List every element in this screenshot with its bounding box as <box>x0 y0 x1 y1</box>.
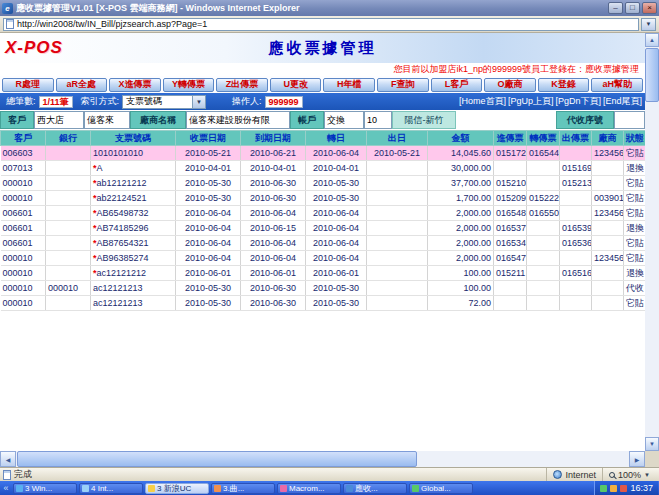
cell-customer: 007013 <box>1 161 46 176</box>
scroll-up-icon[interactable]: ▲ <box>645 33 659 47</box>
cell-check-no: *AB87654321 <box>91 236 176 251</box>
address-input[interactable]: http://win2008/tw/IN_Bill/pjzsearch.asp?… <box>3 18 639 31</box>
cell-status: 它貼 <box>624 146 646 161</box>
asterisk-mark: * <box>93 223 97 233</box>
toolbar-button-U更改[interactable]: U更改 <box>270 78 322 92</box>
cell-transfer-date: 2010-05-30 <box>306 176 367 191</box>
taskbar-button-label: 應收... <box>355 483 378 494</box>
taskbar-buttons: 3 Win...4 Int...3 新浪UC3.曲...Macrom...應收.… <box>13 483 473 494</box>
cell-customer: 006601 <box>1 206 46 221</box>
cell-in-voucher: 015209 <box>494 191 527 206</box>
cell-amount: 100.00 <box>428 281 494 296</box>
table-row[interactable]: 000010*ab121212122010-05-302010-06-30201… <box>1 176 646 191</box>
cell-out-voucher <box>560 296 592 311</box>
cell-transfer-voucher <box>527 266 560 281</box>
taskbar-button-label: Global... <box>421 484 451 493</box>
tray-icon[interactable] <box>610 485 617 492</box>
taskbar-button[interactable]: 3 新浪UC <box>145 483 209 494</box>
cell-out-voucher: 016536 <box>560 236 592 251</box>
quick-launch-collapse-icon[interactable]: « <box>1 483 11 493</box>
table-row[interactable]: 00660310101010102010-05-212010-06-212010… <box>1 146 646 161</box>
address-dropdown-button[interactable]: ▼ <box>641 18 656 31</box>
toolbar-button-Y轉傳票[interactable]: Y轉傳票 <box>163 78 215 92</box>
taskbar-button-icon <box>412 485 419 492</box>
toolbar-button-Z出傳票[interactable]: Z出傳票 <box>216 78 268 92</box>
taskbar-button[interactable]: 3.曲... <box>211 483 275 494</box>
taskbar-button[interactable]: Global... <box>409 483 473 494</box>
minimize-button[interactable]: – <box>608 2 623 14</box>
horizontal-scroll-thumb[interactable] <box>17 451 417 467</box>
taskbar-button-label: 3 Win... <box>25 484 52 493</box>
taskbar-button[interactable]: 4 Int... <box>79 483 143 494</box>
scroll-right-icon[interactable]: ▶ <box>629 451 645 467</box>
table-row[interactable]: 000010000010ac121212132010-05-302010-06-… <box>1 281 646 296</box>
vertical-scrollbar[interactable]: ▲ ▼ <box>645 33 659 451</box>
table-row[interactable]: 000010ac121212132010-05-302010-06-302010… <box>1 296 646 311</box>
taskbar-button[interactable]: 應收... <box>343 483 407 494</box>
table-row[interactable]: 006601*AB741852962010-06-042010-06-15201… <box>1 221 646 236</box>
customer-name-field[interactable]: 億客來 <box>84 111 130 129</box>
page-nav-link[interactable]: [PgDn下頁] <box>555 95 601 108</box>
cell-transfer-voucher: 015222 <box>527 191 560 206</box>
table-row[interactable]: 000010*ac121212122010-06-012010-06-01201… <box>1 266 646 281</box>
cell-status: 退換 <box>624 221 646 236</box>
horizontal-scrollbar[interactable]: ◀ ▶ <box>0 451 645 467</box>
scroll-left-icon[interactable]: ◀ <box>0 451 16 467</box>
filter-spacer <box>456 111 556 129</box>
zoom-segment[interactable]: 100% ▼ <box>602 468 656 481</box>
taskbar-button[interactable]: Macrom... <box>277 483 341 494</box>
chevron-down-icon: ▼ <box>192 96 205 108</box>
taskbar-button-label: 3.曲... <box>223 483 244 494</box>
page-nav-link[interactable]: [PgUp上頁] <box>508 95 554 108</box>
account-no-field[interactable]: 10 <box>364 111 392 129</box>
table-row[interactable]: 006601*AB654987322010-06-042010-06-04201… <box>1 206 646 221</box>
page-icon <box>6 19 14 29</box>
toolbar-button-aH幫助[interactable]: aH幫助 <box>591 78 643 92</box>
tray-icon[interactable] <box>600 485 607 492</box>
page-nav-link[interactable]: [Home首頁] <box>459 95 506 108</box>
table-row[interactable]: 007013*A2010-04-012010-04-012010-04-0130… <box>1 161 646 176</box>
cell-out-date <box>367 161 428 176</box>
index-mode-select[interactable]: 支票號碼 ▼ <box>122 95 206 109</box>
toolbar-button-X進傳票[interactable]: X進傳票 <box>109 78 161 92</box>
chevron-down-icon: ▼ <box>644 472 650 478</box>
cell-vendor <box>592 296 624 311</box>
cell-amount: 30,000.00 <box>428 161 494 176</box>
asterisk-mark: * <box>93 163 97 173</box>
page-content: X-POS 應收票據管理 您目前以加盟店ik1_np的999999號員工登錄在：… <box>0 33 645 451</box>
cell-out-date <box>367 236 428 251</box>
column-header-out-date: 出日 <box>367 131 428 146</box>
page-nav-link[interactable]: [End尾頁] <box>603 95 642 108</box>
close-button[interactable]: × <box>642 2 657 14</box>
toolbar-button-K登錄[interactable]: K登錄 <box>538 78 590 92</box>
cell-amount: 2,000.00 <box>428 221 494 236</box>
account-type-field[interactable]: 交換 <box>324 111 364 129</box>
toolbar-button-O廠商[interactable]: O廠商 <box>484 78 536 92</box>
taskbar-button-icon <box>148 485 155 492</box>
vendor-name-field[interactable]: 億客來建設股份有限 <box>186 111 290 129</box>
scroll-down-icon[interactable]: ▼ <box>645 437 659 451</box>
cell-in-voucher: 016548 <box>494 206 527 221</box>
index-mode-value: 支票號碼 <box>123 95 162 108</box>
toolbar-button-aR全處[interactable]: aR全處 <box>56 78 108 92</box>
toolbar-button-H年檔[interactable]: H年檔 <box>323 78 375 92</box>
toolbar-button-L客戶[interactable]: L客戶 <box>431 78 483 92</box>
table-row[interactable]: 000010*AB963852742010-06-042010-06-04201… <box>1 251 646 266</box>
cell-customer: 006601 <box>1 221 46 236</box>
customer-store-field[interactable]: 西大店 <box>34 111 84 129</box>
taskbar-clock: 16:37 <box>630 483 653 493</box>
taskbar-button[interactable]: 3 Win... <box>13 483 77 494</box>
maximize-button[interactable]: □ <box>625 2 640 14</box>
table-row[interactable]: 000010*ab221245212010-05-302010-06-30201… <box>1 191 646 206</box>
tray-icon[interactable] <box>620 485 627 492</box>
toolbar-button-R處理[interactable]: R處理 <box>2 78 54 92</box>
cell-receive-date: 2010-05-30 <box>176 296 241 311</box>
collect-serial-field[interactable] <box>614 111 645 129</box>
cell-due-date: 2010-04-01 <box>241 161 306 176</box>
cell-check-no: *ab12121212 <box>91 176 176 191</box>
vertical-scroll-thumb[interactable] <box>645 48 659 102</box>
cell-vendor <box>592 281 624 296</box>
table-row[interactable]: 006601*AB876543212010-06-042010-06-04201… <box>1 236 646 251</box>
toolbar-button-F查詢[interactable]: F查詢 <box>377 78 429 92</box>
cell-out-voucher: 016516 <box>560 266 592 281</box>
